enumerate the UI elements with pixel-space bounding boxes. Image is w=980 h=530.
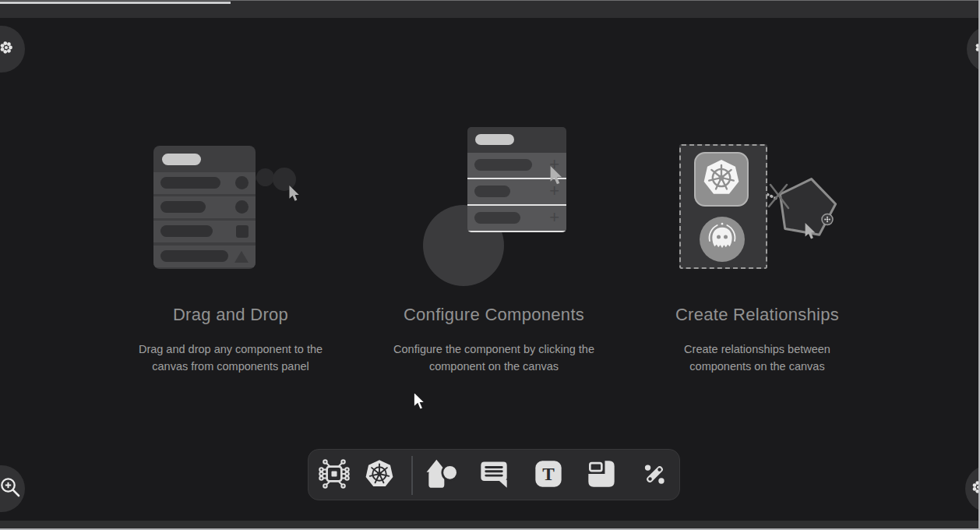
component-chip-icon [317, 457, 351, 494]
comment-tool-button[interactable] [477, 458, 511, 493]
panel-row [153, 196, 256, 218]
loading-progress-bar [0, 2, 231, 4]
panel-title-pill [162, 154, 201, 165]
drag-trail-dot [256, 168, 274, 186]
panel-row: + [467, 204, 566, 231]
onboarding-card-create-relationships: Create Relationships Create relationship… [626, 113, 889, 375]
card-title: Drag and Drop [173, 305, 288, 325]
shapes-icon [426, 458, 457, 493]
cursor-arrow-graphic [804, 223, 819, 241]
text-icon: T [533, 458, 564, 493]
onboarding-cards: Drag and Drop Drag and drop any componen… [99, 113, 889, 375]
canvas-toolbar: T [308, 449, 680, 500]
card-title: Create Relationships [675, 305, 839, 325]
shapes-tool-button[interactable] [425, 458, 459, 493]
kubernetes-icon [363, 458, 396, 493]
panel-row [153, 172, 256, 194]
components-panel-graphic [153, 146, 256, 269]
meshery-mascot-node-graphic [700, 217, 745, 262]
svg-text:T: T [542, 464, 555, 484]
cursor-arrow-graphic [549, 166, 566, 186]
squid-mascot-icon [707, 222, 738, 256]
comment-icon [478, 458, 509, 493]
panel-header [467, 127, 566, 153]
kubernetes-icon [700, 157, 742, 202]
card-description: Create relationships between components … [667, 341, 848, 375]
note-tool-button[interactable] [584, 458, 619, 493]
selection-box-graphic [679, 144, 767, 269]
card-description: Configure the component by clicking the … [380, 341, 608, 375]
relationship-edge-icon [640, 459, 669, 492]
relationship-tool-button[interactable] [637, 458, 672, 493]
panel-row [153, 246, 256, 267]
plus-glyph: + [549, 207, 559, 228]
create-relationships-illustration [626, 113, 889, 300]
kubernetes-node-graphic [694, 152, 749, 207]
component-chip-tool-button[interactable] [317, 458, 351, 493]
edge-handle-badge [822, 214, 833, 225]
text-tool-button[interactable]: T [531, 458, 566, 493]
panel-row [153, 221, 256, 242]
panel-header [153, 146, 256, 172]
onboarding-card-configure-components: + + + Configure Components Configure the… [362, 113, 626, 375]
configure-components-illustration: + + + [362, 113, 626, 300]
drag-and-drop-illustration [99, 113, 362, 300]
card-description: Drag and drop any component to the canva… [130, 341, 331, 375]
flower-dock-icon [0, 37, 12, 61]
onboarding-card-drag-and-drop: Drag and Drop Drag and drop any componen… [99, 113, 362, 375]
kubernetes-tool-button[interactable] [362, 458, 397, 493]
mouse-cursor [414, 392, 427, 411]
title-bar [0, 0, 980, 19]
card-title: Configure Components [404, 305, 584, 325]
note-icon [586, 458, 617, 493]
toolbar-divider [411, 456, 413, 495]
cursor-arrow-graphic [288, 186, 302, 203]
app-window: Drag and Drop Drag and drop any componen… [0, 0, 980, 530]
zoom-icon [0, 475, 13, 502]
